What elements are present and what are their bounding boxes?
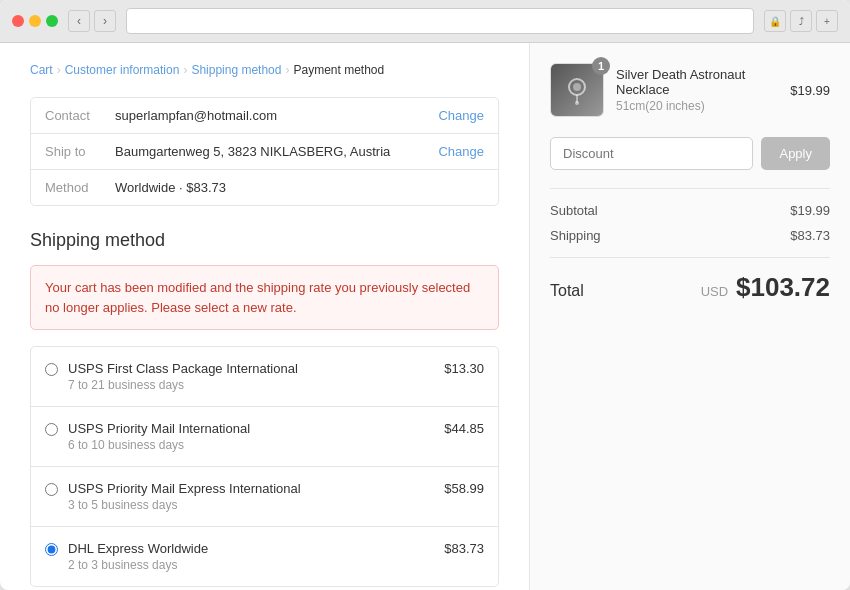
breadcrumb-payment-method: Payment method [293, 63, 384, 77]
shipping-radio-2[interactable] [45, 483, 58, 496]
browser-action-buttons: 🔒 ⤴ + [764, 10, 838, 32]
breadcrumb-cart[interactable]: Cart [30, 63, 53, 77]
item-price: $19.99 [790, 83, 830, 98]
divider [550, 188, 830, 189]
total-label: Total [550, 282, 584, 300]
shipping-option-2[interactable]: USPS Priority Mail Express International… [31, 467, 498, 527]
svg-point-1 [573, 83, 581, 91]
item-badge: 1 [592, 57, 610, 75]
shipping-radio-1[interactable] [45, 423, 58, 436]
item-details: Silver Death Astronaut Necklace 51cm(20 … [616, 67, 778, 113]
contact-row: Contact superlampfan@hotmail.com Change [31, 98, 498, 134]
subtotal-value: $19.99 [790, 203, 830, 218]
right-panel: 1 Silver Death Astronaut Necklace 51cm(2… [530, 43, 850, 590]
shipping-price-2: $58.99 [444, 481, 484, 496]
shipping-alert: Your cart has been modified and the ship… [30, 265, 499, 330]
shipping-option-0[interactable]: USPS First Class Package International 7… [31, 347, 498, 407]
contact-change-link[interactable]: Change [438, 108, 484, 123]
order-item: 1 Silver Death Astronaut Necklace 51cm(2… [550, 63, 830, 117]
total-currency: USD [701, 284, 728, 299]
address-bar[interactable] [126, 8, 754, 34]
svg-point-3 [575, 101, 579, 105]
discount-row: Apply [550, 137, 830, 170]
breadcrumb-shipping-method[interactable]: Shipping method [191, 63, 281, 77]
browser-window: ‹ › 🔒 ⤴ + Cart › Customer information › … [0, 0, 850, 590]
total-row: Total USD $103.72 [550, 257, 830, 303]
method-row: Method Worldwide · $83.73 [31, 170, 498, 205]
shipto-label: Ship to [45, 144, 115, 159]
browser-content: Cart › Customer information › Shipping m… [0, 43, 850, 590]
shipping-price-3: $83.73 [444, 541, 484, 556]
shipping-radio-3[interactable] [45, 543, 58, 556]
apply-button[interactable]: Apply [761, 137, 830, 170]
forward-button[interactable]: › [94, 10, 116, 32]
close-dot [12, 15, 24, 27]
shipping-option-3[interactable]: DHL Express Worldwide 2 to 3 business da… [31, 527, 498, 586]
shipto-value: Baumgartenweg 5, 3823 NIKLASBERG, Austri… [115, 144, 438, 159]
window-controls [12, 15, 58, 27]
shipping-days-2: 3 to 5 business days [68, 498, 444, 512]
left-panel: Cart › Customer information › Shipping m… [0, 43, 530, 590]
necklace-icon [562, 75, 592, 105]
discount-input[interactable] [550, 137, 753, 170]
maximize-dot [46, 15, 58, 27]
shipping-price-1: $44.85 [444, 421, 484, 436]
shipping-name-1: USPS Priority Mail International [68, 421, 444, 436]
method-value: Worldwide · $83.73 [115, 180, 484, 195]
item-image-wrap: 1 [550, 63, 604, 117]
breadcrumb: Cart › Customer information › Shipping m… [30, 63, 499, 77]
shipping-section-title: Shipping method [30, 230, 499, 251]
breadcrumb-customer-info[interactable]: Customer information [65, 63, 180, 77]
back-button[interactable]: ‹ [68, 10, 90, 32]
share-button[interactable]: ⤴ [790, 10, 812, 32]
shipping-summary-label: Shipping [550, 228, 601, 243]
contact-value: superlampfan@hotmail.com [115, 108, 438, 123]
total-amount: $103.72 [736, 272, 830, 302]
shipping-summary-row: Shipping $83.73 [550, 228, 830, 243]
nav-buttons: ‹ › [68, 10, 116, 32]
shipping-name-2: USPS Priority Mail Express International [68, 481, 444, 496]
shipping-days-0: 7 to 21 business days [68, 378, 444, 392]
subtotal-label: Subtotal [550, 203, 598, 218]
shipping-radio-0[interactable] [45, 363, 58, 376]
shipping-option-1[interactable]: USPS Priority Mail International 6 to 10… [31, 407, 498, 467]
subtotal-row: Subtotal $19.99 [550, 203, 830, 218]
browser-titlebar: ‹ › 🔒 ⤴ + [0, 0, 850, 43]
method-label: Method [45, 180, 115, 195]
shipping-name-3: DHL Express Worldwide [68, 541, 444, 556]
total-amount-wrap: USD $103.72 [701, 272, 830, 303]
shipping-summary-value: $83.73 [790, 228, 830, 243]
contact-label: Contact [45, 108, 115, 123]
shipping-options-list: USPS First Class Package International 7… [30, 346, 499, 587]
minimize-dot [29, 15, 41, 27]
item-name: Silver Death Astronaut Necklace [616, 67, 778, 97]
item-desc: 51cm(20 inches) [616, 99, 778, 113]
shipping-days-1: 6 to 10 business days [68, 438, 444, 452]
lock-button[interactable]: 🔒 [764, 10, 786, 32]
shipping-days-3: 2 to 3 business days [68, 558, 444, 572]
shipto-change-link[interactable]: Change [438, 144, 484, 159]
shipping-price-0: $13.30 [444, 361, 484, 376]
shipto-row: Ship to Baumgartenweg 5, 3823 NIKLASBERG… [31, 134, 498, 170]
info-table: Contact superlampfan@hotmail.com Change … [30, 97, 499, 206]
tab-button[interactable]: + [816, 10, 838, 32]
shipping-name-0: USPS First Class Package International [68, 361, 444, 376]
